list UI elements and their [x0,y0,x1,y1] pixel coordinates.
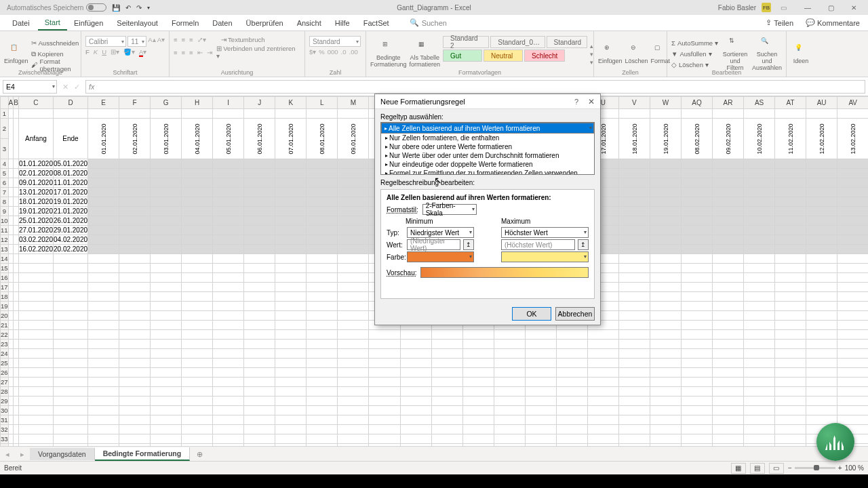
col-header-B[interactable]: B [14,97,19,109]
cell-A10[interactable] [8,216,14,226]
cell-F14[interactable] [119,254,151,264]
cell-A19[interactable] [8,302,14,311]
cell-K31[interactable] [275,415,307,425]
cell-I4[interactable] [213,159,244,169]
cell-T26[interactable] [556,368,587,378]
cell-I24[interactable] [213,349,244,359]
cell-W26[interactable] [650,368,681,378]
cell-K8[interactable] [275,197,307,207]
row-header-26[interactable]: 26 [1,368,9,378]
cell-G17[interactable] [151,283,182,292]
cell-G20[interactable] [151,311,182,321]
cell-V29[interactable] [618,396,650,406]
row-header-7[interactable]: 7 [1,188,9,197]
cell-A34[interactable] [8,444,14,447]
cell-C33[interactable] [18,434,53,444]
cell-Q30[interactable] [462,406,494,415]
cell-G8[interactable] [151,197,182,207]
cell-C18[interactable] [18,292,53,302]
row-header-34[interactable]: 34 [1,444,9,447]
cell-O22[interactable] [400,330,431,340]
cell-AV17[interactable] [837,283,868,292]
user-name[interactable]: Fabio Basler [718,4,756,12]
cell-D31[interactable] [53,415,87,425]
cell-M29[interactable] [338,396,369,406]
cell-H22[interactable] [182,330,213,340]
bold-button[interactable]: F [85,48,90,56]
cell-E31[interactable] [88,415,119,425]
align-mid-icon[interactable]: ≡ [182,36,186,43]
style-more-down-icon[interactable]: ▾ [590,51,593,58]
cell-K24[interactable] [275,349,307,359]
cell-R30[interactable] [494,406,525,415]
cell-S34[interactable] [525,444,556,447]
cell-AV1[interactable] [837,109,868,119]
cell-W31[interactable] [650,415,681,425]
fill-button[interactable]: ▼Ausfüllen ▾ [671,49,718,59]
cell-B15[interactable] [14,264,19,273]
new-sheet-button[interactable]: ⊕ [190,450,210,458]
cell-L27[interactable] [307,378,338,387]
cell-M8[interactable] [338,197,369,207]
cell-N28[interactable] [369,387,400,396]
cell-AT4[interactable] [775,159,806,169]
cell-L20[interactable] [307,311,338,321]
row-header-23[interactable]: 23 [1,340,9,349]
cell-V26[interactable] [618,368,650,378]
cell-AV7[interactable] [837,188,868,197]
tab-data[interactable]: Daten [205,16,239,30]
cell-V31[interactable] [618,415,650,425]
cell-D21[interactable] [53,321,87,330]
cell-AU27[interactable] [806,378,837,387]
cell-C22[interactable] [18,330,53,340]
row-header-27[interactable]: 27 [1,378,9,387]
cell-G33[interactable] [151,434,182,444]
currency-icon[interactable]: $▾ [309,48,316,56]
autosave-switch[interactable] [86,3,106,12]
cell-W29[interactable] [650,396,681,406]
cell-J4[interactable] [244,159,275,169]
wert-max-input[interactable]: (Höchster Wert) [501,239,575,250]
cell-H26[interactable] [182,368,213,378]
font-color-button[interactable]: A▾ [139,48,146,56]
cell-A23[interactable] [8,340,14,349]
cell-AR22[interactable] [712,330,743,340]
cell-E33[interactable] [88,434,119,444]
row-header-16[interactable]: 16 [1,273,9,283]
cell-AQ10[interactable] [681,216,712,226]
cell-AQ21[interactable] [681,321,712,330]
cell-E15[interactable] [88,264,119,273]
clear-button[interactable]: ◇Löschen ▾ [671,60,718,70]
cell-E1[interactable] [88,109,119,119]
cell-T33[interactable] [556,434,587,444]
cut-button[interactable]: ✂Ausschneiden [31,38,79,48]
cell-A20[interactable] [8,311,14,321]
cell-AT8[interactable] [775,197,806,207]
cell-K25[interactable] [275,359,307,368]
col-header-AR[interactable]: AR [712,97,743,109]
cell-AQ32[interactable] [681,425,712,434]
cell-O29[interactable] [400,396,431,406]
cell-P27[interactable] [431,378,462,387]
cell-M19[interactable] [338,302,369,311]
cell-F22[interactable] [119,330,151,340]
cell-D29[interactable] [53,396,87,406]
cell-D32[interactable] [53,425,87,434]
cell-K29[interactable] [275,396,307,406]
tab-layout[interactable]: Seitenlayout [110,16,165,30]
cell-J17[interactable] [244,283,275,292]
cell-H24[interactable] [182,349,213,359]
cell-V34[interactable] [618,444,650,447]
cell-K1[interactable] [275,109,307,119]
zoom-in-button[interactable]: + [838,464,842,472]
cell-N31[interactable] [369,415,400,425]
cell-AU17[interactable] [806,283,837,292]
cell-D33[interactable] [53,434,87,444]
cell-M16[interactable] [338,273,369,283]
cell-AQ24[interactable] [681,349,712,359]
cell-AV11[interactable] [837,226,868,235]
paste-button[interactable]: 📋Einfügen [4,33,28,75]
cell-I2[interactable]: 05.01.2020 [213,119,244,159]
cell-AR4[interactable] [712,159,743,169]
cell-AS4[interactable] [744,159,775,169]
